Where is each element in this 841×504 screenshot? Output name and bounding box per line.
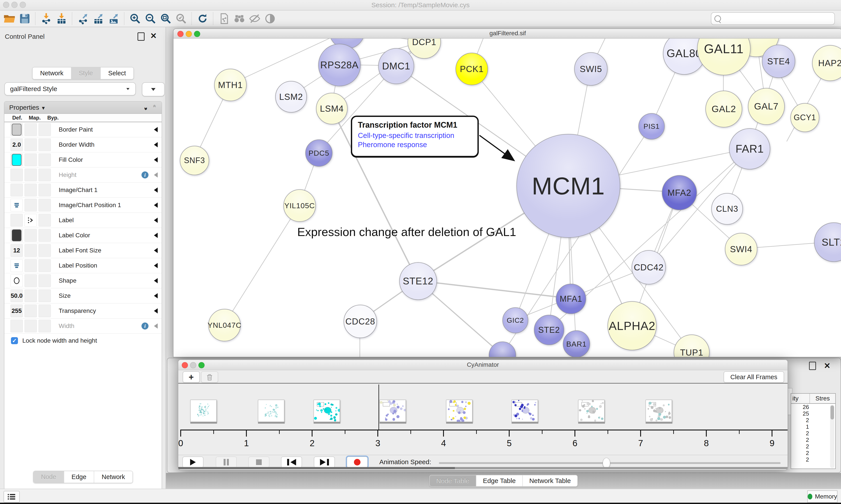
property-row-border-paint[interactable]: Border Paint [4,122,162,137]
export-network-button[interactable] [76,12,90,25]
node-SNF3[interactable]: SNF3 [180,146,209,175]
node-LSM4[interactable]: LSM4 [316,93,347,124]
node-DMC1[interactable]: DMC1 [378,48,414,84]
frame-thumbnail-0[interactable] [190,400,217,422]
bypass-cell[interactable] [38,123,51,136]
property-row-image-chart-position-1[interactable]: Image/Chart Position 1 [4,198,162,213]
memory-button[interactable]: Memory [807,490,838,503]
node-MFA2[interactable]: MFA2 [662,175,697,210]
zoom-in-button[interactable] [128,12,142,25]
search-field[interactable] [711,12,835,25]
frame-thumbnail-2[interactable] [314,400,340,422]
expand-property-icon[interactable] [154,293,158,299]
node-STE2[interactable]: STE2 [534,315,564,345]
default-value-cell[interactable]: 255 [11,305,23,317]
go-to-start-button[interactable] [281,456,302,468]
expand-property-icon[interactable] [154,157,158,162]
timeline-scrollbar[interactable] [178,467,788,469]
node-GAL7[interactable]: GAL7 [748,88,785,125]
table-row[interactable]: 2 [791,443,817,450]
pause-button[interactable] [216,456,237,468]
node-STE12[interactable]: STE12 [399,262,437,300]
default-value-cell[interactable] [11,184,23,196]
find-button[interactable] [233,12,246,25]
mapping-cell[interactable] [24,199,37,212]
node-PIS1[interactable]: PIS1 [639,113,665,140]
tab-style[interactable]: Style [71,68,101,79]
info-icon[interactable]: i [142,172,148,178]
cyanimator-timeline[interactable]: 0123456789Seconds [178,383,788,455]
zoom-out-button[interactable] [144,12,157,25]
bypass-cell[interactable] [38,214,51,227]
tab-select[interactable]: Select [101,68,133,79]
bypass-cell[interactable] [38,199,51,212]
tab-node[interactable]: Node [34,471,64,483]
property-row-label[interactable]: Label [4,213,162,228]
expand-property-icon[interactable] [154,248,158,253]
property-row-transparency[interactable]: 255Transparency [4,303,162,319]
node-MFA1[interactable]: MFA1 [556,284,586,314]
tab-network[interactable]: Network [94,471,132,483]
mapping-cell[interactable] [24,274,37,287]
node-SWI5[interactable]: SWI5 [574,52,608,86]
expand-all-icon[interactable]: ⌄⌄ [143,106,148,109]
bypass-cell[interactable] [38,274,51,287]
node-MTH1[interactable]: MTH1 [214,69,247,101]
properties-header[interactable]: Properties ▼ [9,104,46,111]
mapping-cell[interactable] [24,154,37,166]
node-STE4[interactable]: STE4 [762,45,795,78]
property-row-image-chart-1[interactable]: Image/Chart 1 [4,183,162,198]
play-button[interactable] [182,456,203,468]
mapping-cell[interactable] [24,305,37,317]
property-row-width[interactable]: Widthi [4,319,162,334]
table-row[interactable]: 2 [791,436,817,443]
frame-thumbnail-4[interactable] [446,400,472,422]
zoom-fit-button[interactable] [159,12,173,25]
close-panel-icon[interactable]: ✕ [150,32,157,39]
collapse-all-icon[interactable]: ⌃⌃ [152,106,157,109]
delete-frame-button[interactable] [201,371,218,383]
table-row[interactable]: 2 [791,430,817,436]
property-row-label-position[interactable]: Label Position [4,258,162,273]
bypass-cell[interactable] [38,305,51,317]
node-YIL105C[interactable]: YIL105C [283,190,316,222]
save-session-button[interactable] [18,12,32,25]
default-value-cell[interactable] [11,274,23,287]
show-details-button[interactable] [263,12,277,25]
cyanimator-titlebar[interactable]: CyAnimator [178,360,788,370]
node-PCK1[interactable]: PCK1 [455,53,488,85]
tab-network-table[interactable]: Network Table [523,475,577,486]
default-value-cell[interactable] [11,154,23,166]
zoom-selected-button[interactable] [174,12,188,25]
bypass-cell[interactable] [38,259,51,272]
mapping-cell[interactable] [24,244,37,257]
float-panel-icon[interactable] [809,362,816,370]
bypass-cell[interactable] [38,289,51,302]
node-CDC42[interactable]: CDC42 [632,250,666,284]
node-SWI4[interactable]: SWI4 [725,233,757,265]
animation-speed-slider[interactable] [439,462,781,464]
node-GAL2[interactable]: GAL2 [705,91,742,127]
default-value-cell[interactable]: 12 [11,244,23,257]
tab-network[interactable]: Network [33,68,71,79]
tab-edge[interactable]: Edge [64,471,94,483]
mapping-cell[interactable] [24,259,37,272]
float-panel-icon[interactable] [138,32,145,41]
table-row[interactable]: 2 [791,456,817,463]
default-value-cell[interactable]: 2.0 [11,138,23,151]
hide-details-button[interactable] [248,12,262,25]
expand-property-icon[interactable] [154,278,158,283]
node-PDC5[interactable]: PDC5 [305,140,333,167]
mapping-cell[interactable] [24,320,37,332]
default-value-cell[interactable]: 50.0 [11,289,23,302]
network-canvas[interactable]: RPS28ADCP1DMC1PCK1MTH1LSM2LSM4SNF3PDC5YI… [174,38,841,357]
property-row-height[interactable]: Heighti [4,167,162,183]
table-row[interactable]: 25 [791,410,817,417]
node-CDC28[interactable]: CDC28 [344,305,377,338]
import-table-button[interactable] [55,12,68,25]
annotation-link-2[interactable]: Pheromone response [358,141,472,149]
default-value-cell[interactable] [11,123,23,136]
style-selector[interactable]: galFiltered Style [4,82,136,95]
bypass-cell[interactable] [38,320,51,332]
property-row-label-color[interactable]: Label Color [4,228,162,243]
